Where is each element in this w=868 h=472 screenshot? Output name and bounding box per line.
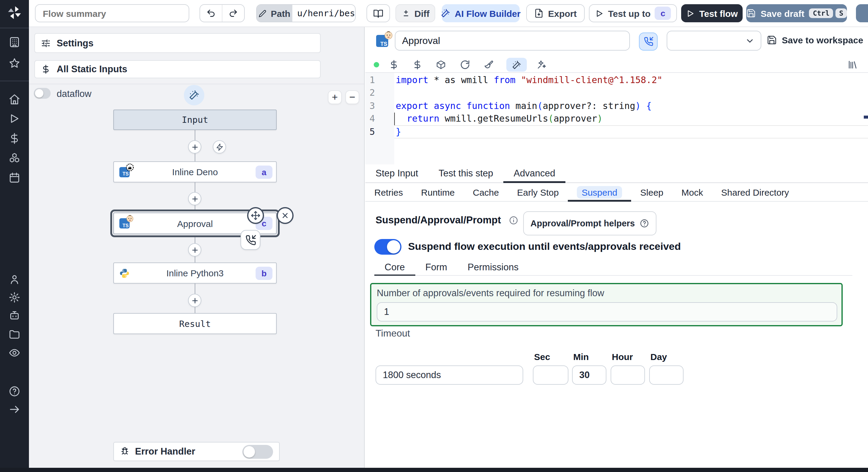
tab-shared-directory[interactable]: Shared Directory — [712, 183, 798, 201]
zoom-in-button[interactable]: + — [328, 90, 342, 104]
timeout-min-input[interactable] — [572, 365, 607, 385]
tab-early-stop[interactable]: Early Stop — [508, 183, 567, 201]
flow-node-inline-deno[interactable]: TS Inline Deno a — [113, 161, 277, 182]
ai-assistant-button[interactable] — [506, 58, 527, 72]
flow-node-inline-python[interactable]: Inline Python3 b — [113, 263, 277, 283]
phone-incoming-icon — [245, 235, 256, 245]
code-cursor — [394, 112, 395, 125]
settings-row[interactable]: Settings — [34, 33, 321, 53]
tab-advanced[interactable]: Advanced — [503, 164, 565, 182]
tab-mock[interactable]: Mock — [673, 183, 712, 201]
edge-6 — [195, 257, 195, 263]
tab-test-this-step[interactable]: Test this step — [428, 164, 503, 182]
reload-icon[interactable] — [460, 60, 470, 70]
tab-step-input[interactable]: Step Input — [365, 164, 428, 182]
boxes-icon[interactable] — [8, 152, 21, 164]
step-name-input[interactable] — [395, 31, 630, 50]
timeout-main-input[interactable] — [375, 365, 523, 385]
zoom-out-button[interactable]: − — [345, 90, 359, 104]
suspend-toggle[interactable] — [374, 239, 401, 255]
timeout-day-input[interactable] — [649, 365, 684, 385]
deploy-button-partial[interactable] — [856, 4, 868, 22]
arrow-right-icon[interactable] — [8, 403, 21, 415]
test-flow-button[interactable]: Test flow — [681, 4, 743, 22]
add-trigger-button[interactable] — [213, 140, 226, 154]
suspend-phone-button[interactable] — [639, 33, 658, 50]
add-step-button-3[interactable] — [188, 243, 201, 257]
flow-node-result[interactable]: Result — [113, 313, 277, 334]
path-button[interactable]: Path u/henri/bes — [256, 4, 355, 22]
code-gutter: 12345 — [365, 73, 394, 164]
timeout-hour-input[interactable] — [611, 365, 645, 385]
play-icon[interactable] — [8, 112, 21, 125]
required-events-input[interactable] — [377, 302, 837, 322]
package-icon[interactable] — [436, 60, 446, 70]
diff-label: Diff — [414, 8, 430, 19]
eye-icon[interactable] — [8, 347, 21, 359]
apps-grid-icon[interactable] — [8, 36, 21, 48]
approval-move-handle[interactable] — [247, 207, 264, 224]
tab-form[interactable]: Form — [415, 259, 457, 275]
variables-icon[interactable] — [389, 60, 399, 70]
save-draft-button[interactable]: Save draft Ctrl S — [746, 4, 847, 22]
redo-button[interactable] — [222, 5, 244, 22]
add-step-button-1[interactable] — [188, 140, 201, 154]
timeout-day-label: Day — [650, 351, 667, 362]
all-static-inputs-row[interactable]: All Static Inputs — [34, 60, 321, 78]
graph-ai-wand-button[interactable] — [184, 85, 204, 105]
line-number-5: 5 — [365, 126, 375, 138]
user-icon[interactable] — [8, 273, 21, 285]
diff-button[interactable]: Diff — [396, 4, 435, 22]
add-step-button-4[interactable] — [188, 294, 201, 307]
resources-dollar-icon[interactable] — [412, 60, 423, 70]
docs-button[interactable] — [367, 4, 390, 22]
approval-delete-button[interactable] — [277, 207, 293, 224]
error-handler-toggle[interactable] — [242, 445, 273, 459]
info-icon[interactable] — [509, 215, 518, 225]
add-step-button-2[interactable] — [188, 192, 201, 205]
calendar-icon[interactable] — [8, 172, 21, 183]
flow-panel: Settings All Static Inputs dataflow + — [29, 27, 365, 468]
window-bottom-edge — [0, 468, 868, 472]
flow-summary-input[interactable] — [35, 4, 189, 22]
overview-ruler-cursor — [864, 115, 868, 119]
kbd-ctrl: Ctrl — [809, 8, 833, 18]
folder-icon[interactable] — [8, 328, 21, 340]
ai-flow-builder-button[interactable]: AI Flow Builder — [442, 4, 520, 22]
error-handler-row[interactable]: Error Handler — [113, 442, 280, 461]
tab-cache[interactable]: Cache — [464, 183, 508, 201]
error-handler-label: Error Handler — [135, 446, 195, 457]
test-up-to-step-badge: c — [655, 7, 671, 20]
tab-suspend[interactable]: Suspend — [568, 183, 631, 201]
home-icon[interactable] — [8, 93, 21, 105]
dollar-icon[interactable] — [8, 132, 21, 144]
python-node-badge: b — [255, 266, 273, 280]
tab-permissions[interactable]: Permissions — [458, 259, 529, 275]
export-button[interactable]: Export — [526, 4, 585, 22]
tab-core[interactable]: Core — [374, 259, 415, 275]
tab-sleep[interactable]: Sleep — [631, 183, 673, 201]
help-icon[interactable] — [8, 385, 21, 397]
tab-runtime[interactable]: Runtime — [412, 183, 464, 201]
code-editor[interactable]: 12345 import * as wmill from "windmill-c… — [365, 73, 868, 164]
sparkles-off-icon[interactable] — [536, 60, 547, 70]
tab-retries[interactable]: Retries — [365, 183, 412, 201]
undo-button[interactable] — [200, 5, 222, 22]
save-to-workspace-button[interactable]: Save to workspace — [767, 35, 863, 45]
star-icon[interactable] — [8, 57, 21, 69]
timeout-sec-input[interactable] — [533, 365, 568, 385]
approval-suspend-badge — [241, 230, 260, 250]
save-icon — [746, 8, 756, 18]
step-lang-icon: TS — [376, 35, 388, 47]
flow-node-input[interactable]: Input — [113, 109, 277, 130]
dataflow-toggle[interactable] — [34, 88, 51, 99]
gear-icon[interactable] — [8, 292, 21, 303]
approval-prompt-helpers-button[interactable]: Approval/Prompt helpers — [523, 211, 656, 235]
test-up-to-button[interactable]: Test up to c — [589, 4, 677, 22]
plus-icon — [191, 143, 198, 151]
robot-icon[interactable] — [8, 309, 21, 322]
language-select[interactable] — [667, 31, 761, 50]
windmill-logo[interactable] — [7, 5, 22, 21]
library-icon[interactable] — [847, 60, 858, 70]
format-brush-icon[interactable] — [484, 60, 494, 70]
